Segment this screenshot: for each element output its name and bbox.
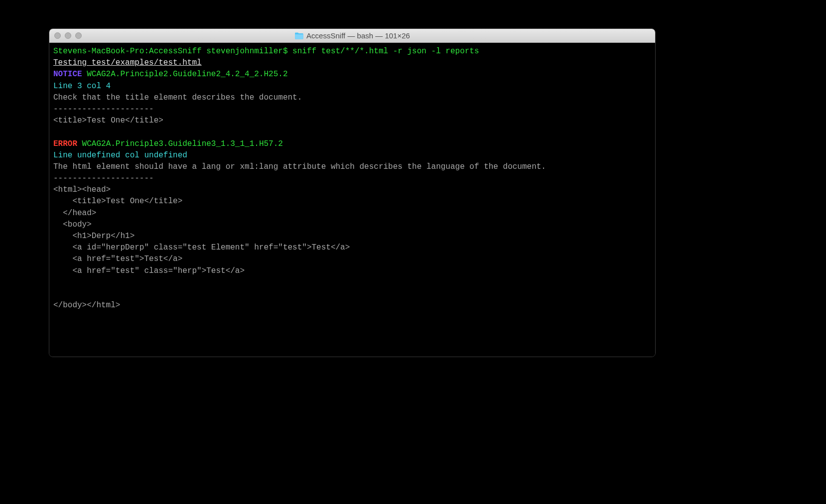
window-title: AccessSniff — bash — 101×26 [294, 31, 410, 40]
code-line [53, 277, 651, 288]
code-line: <title>Test One</title> [53, 196, 651, 207]
divider-line: --------------------- [53, 104, 651, 115]
code-line: <h1>Derp</h1> [53, 231, 651, 242]
level-label: NOTICE [53, 70, 82, 79]
message-line: Check that the title element describes t… [53, 92, 651, 104]
terminal-window: AccessSniff — bash — 101×26 Stevens-MacB… [49, 28, 656, 357]
code-line: <a id="herpDerp" class="test Element" hr… [53, 242, 651, 253]
zoom-button[interactable] [75, 32, 82, 39]
prompt-command: sniff test/**/*.html -r json -l reports [292, 47, 479, 56]
testing-file-line: Testing test/examples/test.html [53, 57, 651, 69]
message-line: The html element should have a lang or x… [53, 161, 651, 173]
code-line: </head> [53, 208, 651, 219]
level-label: ERROR [53, 139, 77, 148]
folder-icon [294, 32, 303, 39]
code-line: <title>Test One</title> [53, 115, 651, 126]
location-line: Line 3 col 4 [53, 81, 651, 92]
code-line: <body> [53, 219, 651, 231]
minimize-button[interactable] [65, 32, 71, 39]
code-line: </body></html> [53, 300, 651, 311]
rule-id: WCAG2A.Principle2.Guideline2_4.2_4_2.H25… [82, 70, 288, 79]
code-line [53, 288, 651, 300]
rule-line: ERROR WCAG2A.Principle3.Guideline3_1.3_1… [53, 138, 651, 150]
blank-line [53, 126, 651, 138]
window-titlebar: AccessSniff — bash — 101×26 [49, 29, 655, 43]
location-line: Line undefined col undefined [53, 150, 651, 161]
code-line: <a href="test" class="herp">Test</a> [53, 265, 651, 277]
close-button[interactable] [54, 32, 61, 39]
divider-line: --------------------- [53, 173, 651, 184]
code-line: <html><head> [53, 184, 651, 196]
rule-line: NOTICE WCAG2A.Principle2.Guideline2_4.2_… [53, 69, 651, 80]
window-title-text: AccessSniff — bash — 101×26 [306, 31, 410, 40]
prompt: Stevens-MacBook-Pro:AccessSniff stevenjo… [53, 47, 292, 56]
traffic-lights [54, 32, 82, 39]
code-line: <a href="test">Test</a> [53, 253, 651, 265]
rule-id: WCAG2A.Principle3.Guideline3_1.3_1_1.H57… [77, 139, 283, 148]
terminal-output[interactable]: Stevens-MacBook-Pro:AccessSniff stevenjo… [49, 43, 655, 357]
